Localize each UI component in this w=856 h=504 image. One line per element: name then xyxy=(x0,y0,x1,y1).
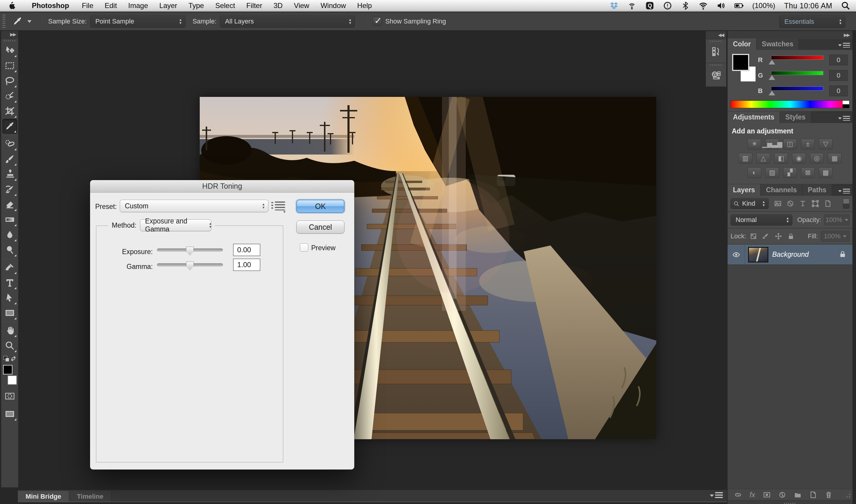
invert-icon[interactable]: ◐ xyxy=(748,167,761,178)
panel-resize-grip[interactable] xyxy=(843,491,851,499)
color-fg-bg-swatches[interactable] xyxy=(732,54,758,82)
lock-transparent-icon[interactable] xyxy=(750,233,757,240)
vibrance-icon[interactable]: ▽ xyxy=(819,139,833,149)
blur-tool[interactable] xyxy=(2,227,17,242)
tab-timeline[interactable]: Timeline xyxy=(69,491,111,502)
eyedropper-tool-icon[interactable] xyxy=(9,14,26,29)
history-panel-button[interactable] xyxy=(706,39,726,63)
history-brush-tool[interactable] xyxy=(2,182,17,197)
hand-tool[interactable] xyxy=(2,323,17,338)
tab-paths[interactable]: Paths xyxy=(802,184,832,196)
menu-3d[interactable]: 3D xyxy=(268,1,288,10)
menu-layer[interactable]: Layer xyxy=(154,1,183,10)
move-tool[interactable] xyxy=(2,43,17,58)
preset-select[interactable]: Custom xyxy=(120,200,268,212)
threshold-icon[interactable]: ▞ xyxy=(783,167,797,178)
layer-style-icon[interactable]: fx xyxy=(750,491,755,499)
lasso-tool[interactable] xyxy=(2,73,17,88)
exposure-slider[interactable] xyxy=(157,246,223,255)
blue-value[interactable]: 0 xyxy=(829,86,848,96)
color-lookup-icon[interactable]: ▦ xyxy=(828,153,841,164)
cancel-button[interactable]: Cancel xyxy=(296,220,344,234)
layers-panel-menu-icon[interactable] xyxy=(838,188,850,194)
default-colors-icon[interactable] xyxy=(3,355,10,363)
screen-mode-button[interactable] xyxy=(2,407,17,421)
new-layer-icon[interactable] xyxy=(809,491,817,499)
tab-adjustments[interactable]: Adjustments xyxy=(728,111,780,123)
layer-row-background[interactable]: Background xyxy=(728,245,853,265)
color-panel-menu-icon[interactable] xyxy=(838,42,850,48)
lock-image-icon[interactable] xyxy=(762,233,769,240)
preview-checkbox[interactable] xyxy=(300,244,308,252)
workspace-select[interactable]: Essentials xyxy=(779,16,845,28)
rectangle-tool[interactable] xyxy=(2,306,17,320)
levels-icon[interactable]: ▁▅▃▆ xyxy=(765,139,779,149)
toolbar-grip[interactable] xyxy=(1,39,18,43)
menu-view[interactable]: View xyxy=(288,1,315,10)
lock-all-icon[interactable] xyxy=(787,233,795,240)
gradient-map-icon[interactable]: ▩ xyxy=(819,167,833,178)
menu-photoshop[interactable]: Photoshop xyxy=(26,1,76,10)
spotlight-icon[interactable] xyxy=(841,1,850,10)
foreground-color-swatch[interactable] xyxy=(3,365,13,374)
clone-stamp-tool[interactable] xyxy=(2,167,17,182)
sample-select[interactable]: All Layers xyxy=(220,15,355,28)
toolbar-collapse-icon[interactable]: ▶▶ xyxy=(1,31,18,39)
options-grip[interactable] xyxy=(2,15,6,28)
dodge-tool[interactable] xyxy=(2,242,17,257)
filter-adjustment-layers-icon[interactable] xyxy=(786,200,794,208)
brightness-contrast-icon[interactable]: ☀ xyxy=(748,139,761,149)
filter-smart-objects-icon[interactable] xyxy=(824,200,832,208)
gradient-tool[interactable] xyxy=(2,212,17,227)
tab-channels[interactable]: Channels xyxy=(761,184,802,196)
menu-edit[interactable]: Edit xyxy=(99,1,122,10)
pen-tool[interactable] xyxy=(2,260,17,275)
tab-mini-bridge[interactable]: Mini Bridge xyxy=(18,491,69,502)
curves-icon[interactable]: ◫ xyxy=(783,139,797,149)
menu-type[interactable]: Type xyxy=(183,1,210,10)
dropbox-icon[interactable] xyxy=(610,1,619,10)
method-select[interactable]: Exposure and Gamma xyxy=(140,219,211,231)
type-tool[interactable] xyxy=(2,275,17,290)
bluetooth-icon[interactable] xyxy=(681,1,690,10)
hue-saturation-icon[interactable]: ▥ xyxy=(738,153,752,164)
apple-icon[interactable] xyxy=(8,1,16,10)
layer-filter-select[interactable]: Kind xyxy=(731,198,769,209)
quick-selection-tool[interactable] xyxy=(2,89,17,103)
menu-select[interactable]: Select xyxy=(210,1,241,10)
volume-icon[interactable] xyxy=(717,1,726,10)
ok-button[interactable]: OK xyxy=(296,200,344,213)
background-color-swatch[interactable] xyxy=(8,376,17,384)
posterize-icon[interactable]: ▨ xyxy=(765,167,779,178)
menu-filter[interactable]: Filter xyxy=(241,1,268,10)
filter-type-layers-icon[interactable] xyxy=(799,200,807,208)
sample-size-select[interactable]: Point Sample xyxy=(90,15,185,28)
path-selection-tool[interactable] xyxy=(2,290,17,305)
tab-styles[interactable]: Styles xyxy=(780,111,811,123)
exposure-icon[interactable]: ± xyxy=(801,139,815,149)
bottom-panel-menu-icon[interactable] xyxy=(710,492,723,499)
red-slider[interactable] xyxy=(768,56,826,65)
menu-image[interactable]: Image xyxy=(122,1,154,10)
channel-mixer-icon[interactable]: ◎ xyxy=(810,153,824,164)
filter-shape-layers-icon[interactable] xyxy=(812,200,819,208)
color-balance-icon[interactable]: △ xyxy=(756,153,770,164)
marquee-tool[interactable] xyxy=(2,58,17,73)
photo-filter-icon[interactable]: ◉ xyxy=(792,153,806,164)
new-group-icon[interactable] xyxy=(794,491,802,499)
layer-thumbnail[interactable] xyxy=(748,247,768,262)
crop-tool[interactable] xyxy=(2,104,17,119)
brush-tool[interactable] xyxy=(2,151,17,166)
tab-layers[interactable]: Layers xyxy=(728,184,761,196)
panel-bottom-grip[interactable] xyxy=(728,500,853,504)
zoom-tool[interactable] xyxy=(2,338,17,353)
lock-position-icon[interactable] xyxy=(775,233,782,240)
filter-toggle[interactable] xyxy=(843,198,850,209)
tab-color[interactable]: Color xyxy=(728,38,756,50)
selective-color-icon[interactable]: ⊠ xyxy=(801,167,815,178)
adjustments-panel-menu-icon[interactable] xyxy=(838,115,850,121)
opacity-value[interactable]: 100% xyxy=(824,215,850,225)
battery-icon[interactable] xyxy=(734,1,743,10)
color-spectrum-ramp[interactable] xyxy=(731,101,850,108)
menu-file[interactable]: File xyxy=(76,1,99,10)
